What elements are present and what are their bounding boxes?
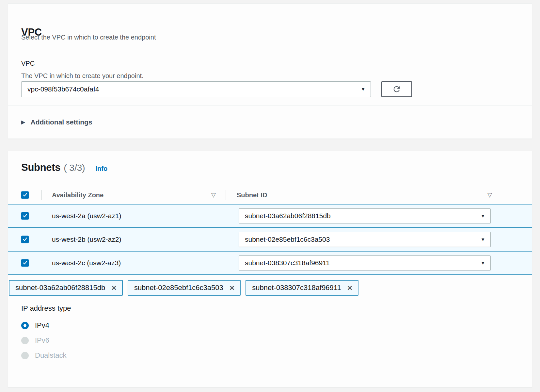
token-label: subnet-02e85ebf1c6c3a503 — [134, 284, 223, 292]
checkmark-icon — [22, 260, 28, 266]
radio-label: Dualstack — [35, 351, 67, 360]
subnet-token: subnet-03a62ab06f28815db ✕ — [9, 280, 123, 296]
table-row[interactable]: us-west-2a (usw2-az1) subnet-03a62ab06f2… — [8, 204, 532, 227]
vpc-select[interactable]: vpc-098f53b674c0afaf4 ▼ — [21, 81, 371, 97]
caret-down-icon: ▼ — [361, 87, 365, 92]
column-header-subnet-id: Subnet ID — [237, 191, 267, 199]
subnet-select[interactable]: subnet-02e85ebf1c6c3a503 ▼ — [239, 232, 491, 247]
token-label: subnet-03a62ab06f28815db — [15, 284, 105, 292]
vpc-card-subtitle: Select the VPC in which to create the en… — [21, 34, 156, 41]
availability-zone-cell: us-west-2b (usw2-az2) — [52, 236, 121, 243]
subnet-select[interactable]: subnet-038307c318af96911 ▼ — [239, 255, 491, 270]
radio-selected-icon[interactable] — [21, 322, 29, 329]
vpc-field-label: VPC — [21, 60, 35, 67]
ip-address-type-label: IP address type — [21, 304, 71, 313]
checkmark-icon — [22, 237, 28, 242]
refresh-button[interactable] — [381, 81, 412, 97]
divider — [8, 49, 532, 49]
refresh-icon — [392, 85, 401, 94]
expand-right-icon: ▶ — [21, 119, 25, 125]
table-row[interactable]: us-west-2b (usw2-az2) subnet-02e85ebf1c6… — [8, 227, 532, 251]
table-row[interactable]: us-west-2c (usw2-az3) subnet-038307c318a… — [8, 251, 532, 275]
caret-down-icon: ▼ — [481, 260, 485, 266]
radio-ipv4[interactable]: IPv4 — [21, 320, 49, 330]
availability-zone-cell: us-west-2a (usw2-az1) — [52, 212, 121, 220]
table-body: us-west-2a (usw2-az1) subnet-03a62ab06f2… — [8, 204, 532, 275]
remove-token-icon[interactable]: ✕ — [111, 285, 117, 291]
column-divider — [226, 190, 226, 200]
subnet-select-value: subnet-03a62ab06f28815db — [245, 212, 331, 220]
page: VPC Select the VPC in which to create th… — [0, 0, 540, 392]
remove-token-icon[interactable]: ✕ — [229, 285, 235, 291]
radio-dualstack: Dualstack — [21, 351, 67, 360]
remove-token-icon[interactable]: ✕ — [347, 285, 353, 291]
selected-subnet-tokens: subnet-03a62ab06f28815db ✕ subnet-02e85e… — [9, 280, 358, 296]
subnet-select[interactable]: subnet-03a62ab06f28815db ▼ — [239, 208, 491, 223]
subnets-header: Subnets ( 3/3) Info — [21, 162, 107, 173]
row-checkbox[interactable] — [21, 259, 29, 267]
vpc-card: VPC Select the VPC in which to create th… — [8, 3, 532, 139]
row-checkbox[interactable] — [21, 212, 29, 220]
sort-icon[interactable]: ▽ — [211, 191, 216, 199]
additional-settings-toggle[interactable]: ▶ Additional settings — [21, 117, 92, 128]
table-header-row: Availability Zone ▽ Subnet ID ▽ — [8, 186, 532, 204]
subnet-token: subnet-02e85ebf1c6c3a503 ✕ — [128, 280, 241, 296]
caret-down-icon: ▼ — [481, 237, 485, 242]
vpc-field-description: The VPC in which to create your endpoint… — [21, 72, 144, 80]
availability-zone-cell: us-west-2c (usw2-az3) — [52, 259, 121, 267]
row-checkbox[interactable] — [21, 236, 29, 243]
checkmark-icon — [22, 213, 28, 219]
subnet-select-value: subnet-038307c318af96911 — [245, 259, 330, 267]
subnet-select-value: subnet-02e85ebf1c6c3a503 — [245, 236, 330, 243]
radio-label: IPv6 — [35, 336, 49, 345]
subnets-card: Subnets ( 3/3) Info Availability Zone ▽ … — [8, 151, 532, 387]
subnets-selected-count: ( 3/3) — [64, 163, 85, 173]
checkmark-icon — [22, 192, 28, 197]
column-divider — [41, 190, 42, 200]
radio-label: IPv4 — [35, 321, 49, 330]
subnet-token: subnet-038307c318af96911 ✕ — [246, 280, 358, 296]
caret-down-icon: ▼ — [481, 213, 485, 219]
column-header-availability-zone: Availability Zone — [52, 191, 103, 199]
token-label: subnet-038307c318af96911 — [252, 284, 341, 292]
divider — [8, 106, 532, 106]
radio-disabled-icon — [21, 352, 29, 359]
sort-icon[interactable]: ▽ — [487, 191, 492, 199]
radio-disabled-icon — [21, 337, 29, 344]
info-link[interactable]: Info — [96, 165, 108, 172]
select-all-checkbox[interactable] — [21, 191, 29, 199]
subnets-card-title: Subnets — [21, 162, 60, 173]
additional-settings-label: Additional settings — [31, 118, 92, 126]
vpc-select-value: vpc-098f53b674c0afaf4 — [27, 85, 99, 93]
radio-ipv6: IPv6 — [21, 335, 49, 345]
